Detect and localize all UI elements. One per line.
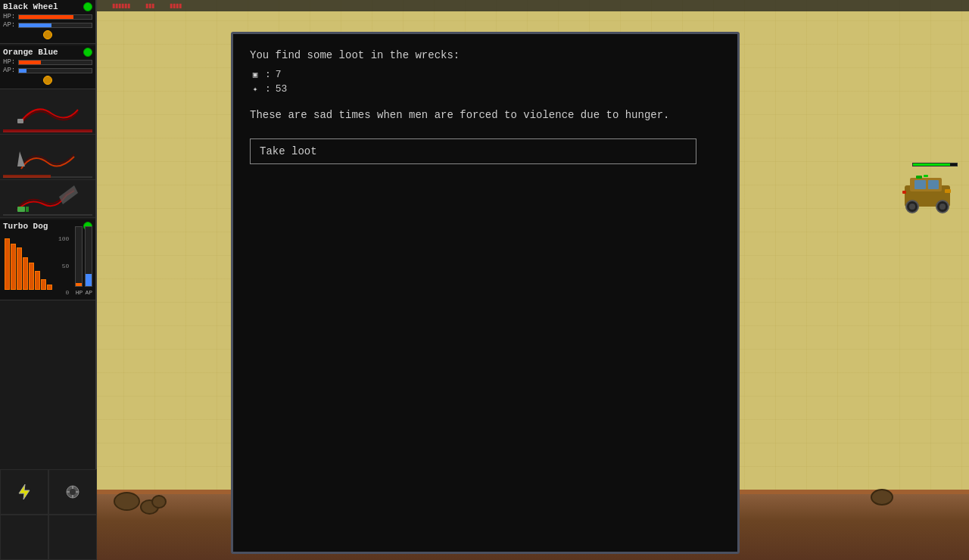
turbo-ap-fill (86, 274, 92, 286)
chart-bar-7 (41, 279, 46, 290)
loot-item-1-separator: : (265, 69, 271, 80)
chart-bar-1 (5, 238, 10, 290)
svg-rect-0 (17, 119, 23, 123)
ap-bar-1 (18, 23, 92, 28)
coin-icon-2 (43, 76, 52, 85)
weapon-slot-3[interactable] (0, 180, 95, 218)
loot-item-2-value: 53 (276, 83, 288, 95)
chart-label-50: 50 (58, 263, 69, 269)
loot-dialog-title: You find some loot in the wrecks: (250, 49, 721, 61)
rock-decoration (871, 489, 893, 506)
hp-label-1: HP: (3, 13, 18, 20)
status-dot-1 (83, 2, 92, 11)
loot-item-2: ✦ : 53 (250, 83, 721, 95)
chart-bar-3 (17, 247, 22, 290)
ap-bar-2 (18, 68, 92, 73)
weapon-ammo-bar-2 (3, 175, 51, 178)
turbo-ap-label: AP (85, 289, 92, 296)
chart-bar-6 (35, 271, 40, 290)
turbo-hp-bar (75, 226, 83, 287)
rock-decoration (114, 492, 140, 511)
action-buttons (0, 469, 97, 560)
player-card-orange-blue: Orange Blue HP: AP: (0, 45, 95, 89)
chart-bar-4 (23, 257, 28, 290)
loot-item-2-separator: : (265, 83, 271, 95)
hp-fill-2 (19, 61, 41, 64)
svg-rect-18 (945, 189, 951, 193)
hp-bar-1 (18, 14, 92, 20)
chart-bar-8 (47, 285, 52, 290)
take-loot-button[interactable]: Take loot (250, 138, 696, 164)
svg-point-5 (70, 489, 76, 495)
hp-bar-2 (18, 60, 92, 65)
svg-point-16 (909, 204, 915, 210)
vehicle-image (901, 166, 954, 219)
action-btn-4[interactable] (48, 515, 97, 560)
top-bar-stat-1: ▮▮▮▮▮▮ (112, 2, 130, 9)
ap-label-1: AP: (3, 21, 18, 29)
weapon-image-2 (14, 140, 82, 174)
chart-label-0: 0 (58, 289, 69, 296)
action-btn-3[interactable] (0, 515, 48, 560)
svg-rect-19 (902, 191, 906, 194)
top-bar-stat-3: ▮▮▮▮ (170, 2, 182, 9)
turbo-hp-fill (76, 283, 82, 286)
weapon-ammo-bar-1 (3, 129, 92, 132)
top-bar-stat-2: ▮▮▮ (145, 2, 154, 9)
hp-fill-1 (19, 15, 73, 19)
action-btn-lightning[interactable] (0, 469, 48, 515)
hp-label-2: HP: (3, 58, 18, 66)
ap-fill-2 (19, 69, 26, 73)
action-btn-wrench[interactable] (48, 469, 97, 515)
svg-rect-21 (924, 175, 928, 177)
weapon-slot-2[interactable] (0, 135, 95, 180)
weapon-slot-1[interactable] (0, 89, 95, 135)
chart-label-100: 100 (58, 235, 69, 242)
ap-fill-1 (19, 23, 51, 27)
chart-bar-2 (11, 244, 16, 290)
loot-item-1-icon: ▣ (250, 70, 260, 80)
turbo-dog-card: Turbo Dog 100 50 0 (0, 219, 95, 300)
chart-bar-5 (29, 263, 34, 290)
svg-rect-1 (17, 207, 25, 212)
weapon-image-1 (14, 95, 82, 129)
svg-marker-3 (19, 484, 30, 499)
coin-icon-1 (43, 30, 52, 39)
vehicle-hp-fill (913, 163, 950, 166)
ap-label-2: AP: (3, 67, 18, 74)
loot-dialog: You find some loot in the wrecks: ▣ : 7 … (231, 32, 740, 554)
chart-labels: 100 50 0 (57, 235, 70, 296)
loot-flavor-text: These are sad times when men are forced … (250, 107, 721, 123)
loot-item-1-value: 7 (276, 69, 282, 80)
top-bar: ▮▮▮▮▮▮ ▮▮▮ ▮▮▮▮ (97, 0, 969, 11)
player-name-2: Orange Blue (3, 48, 58, 57)
turbo-ap-bar (85, 226, 92, 287)
rock-decoration (151, 495, 167, 509)
svg-rect-13 (928, 180, 939, 189)
turbo-dog-name: Turbo Dog (3, 222, 48, 231)
loot-item-2-icon: ✦ (250, 84, 260, 95)
turbo-hp-label: HP (76, 289, 83, 296)
lightning-icon (15, 483, 33, 501)
sidebar: Black Wheel HP: AP: Orange Blue HP: (0, 0, 97, 560)
player-card-black-wheel: Black Wheel HP: AP: (0, 0, 95, 44)
svg-rect-20 (916, 176, 922, 179)
loot-item-1: ▣ : 7 (250, 69, 721, 80)
status-dot-2 (83, 48, 92, 57)
svg-rect-2 (26, 207, 29, 212)
weapon-image-3 (14, 182, 82, 216)
player-name-1: Black Wheel (3, 2, 58, 11)
vehicle-sprite (901, 166, 954, 219)
svg-point-17 (939, 204, 946, 210)
wrench-icon (64, 483, 82, 501)
svg-rect-12 (914, 180, 926, 189)
